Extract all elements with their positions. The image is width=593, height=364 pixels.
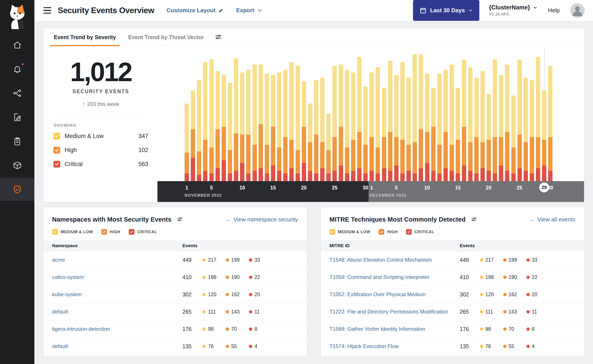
- chart-bar[interactable]: [301, 81, 307, 181]
- date-range-button[interactable]: Last 30 Days: [413, 0, 479, 21]
- chart-bar[interactable]: [443, 70, 449, 181]
- chart-bar[interactable]: [362, 87, 368, 181]
- chart-bar[interactable]: [393, 75, 400, 181]
- chart-bar[interactable]: [375, 67, 381, 181]
- mitre-link[interactable]: T1589: Gather Victim Identity Informatio…: [330, 326, 460, 332]
- chart-bar[interactable]: [307, 104, 313, 181]
- sidebar-item-home[interactable]: [0, 34, 34, 56]
- customize-layout-link[interactable]: Customize Layout: [167, 7, 224, 14]
- chart-bar[interactable]: [215, 71, 221, 181]
- view-all-events-link[interactable]: → View all events: [529, 216, 575, 223]
- chart-bar[interactable]: [313, 80, 319, 181]
- chart-bar[interactable]: [406, 78, 412, 181]
- namespace-link[interactable]: kube-system: [52, 291, 182, 298]
- severity-checkbox[interactable]: [53, 133, 60, 140]
- chart-bar[interactable]: [288, 62, 294, 181]
- chart-bar[interactable]: [344, 70, 350, 181]
- chart-bar[interactable]: [295, 66, 301, 181]
- chart-bar[interactable]: [282, 70, 288, 181]
- mitre-link[interactable]: T1574: Hijack Execution Flow: [330, 343, 460, 349]
- chart-bar[interactable]: [455, 88, 461, 181]
- mitre-link[interactable]: T1548: Abuse Elevation Control Mechanism: [330, 257, 460, 263]
- chart-bar[interactable]: [332, 66, 338, 181]
- export-menu[interactable]: Export: [236, 7, 262, 14]
- namespace-link[interactable]: acme: [52, 257, 182, 263]
- chart-bar[interactable]: [350, 72, 356, 181]
- chart-bar[interactable]: [202, 62, 208, 181]
- chart-bar[interactable]: [523, 78, 529, 181]
- filter-settings-icon[interactable]: [469, 214, 479, 225]
- namespace-link[interactable]: tigera-intrusion-detection: [52, 326, 182, 332]
- chart-bar[interactable]: [233, 58, 239, 181]
- chart-bar[interactable]: [387, 61, 393, 181]
- severity-checkbox[interactable]: [379, 229, 384, 235]
- chart-bar[interactable]: [541, 91, 547, 181]
- mitre-link[interactable]: T1059: Command and Scripting Interpreter: [330, 274, 460, 280]
- chart-bar[interactable]: [190, 91, 196, 181]
- chart-bar[interactable]: [196, 80, 202, 181]
- chart-bar[interactable]: [473, 78, 480, 181]
- sidebar-item-policies[interactable]: [0, 106, 34, 129]
- sidebar-item-service-graph[interactable]: [0, 82, 34, 104]
- mitre-link[interactable]: T1052: Exfiltration Over Physical Medium: [330, 291, 460, 298]
- chart-bar[interactable]: [529, 80, 535, 181]
- chart-bar[interactable]: [184, 104, 190, 181]
- chart-bar[interactable]: [338, 65, 344, 181]
- calico-logo[interactable]: [5, 3, 30, 29]
- sidebar-item-alerts[interactable]: [0, 58, 34, 80]
- tab-event-trend-by-threat-vector[interactable]: Event Trend by Threat Vector: [122, 28, 210, 46]
- chart-bar[interactable]: [252, 65, 258, 181]
- sidebar-item-compliance[interactable]: [0, 130, 34, 153]
- sidebar-item-security-events[interactable]: [0, 178, 34, 201]
- namespace-link[interactable]: default: [52, 343, 182, 349]
- chart-bar[interactable]: [504, 65, 510, 181]
- chart-bar[interactable]: [547, 66, 553, 181]
- chart-bar[interactable]: [208, 59, 215, 181]
- chart-bar[interactable]: [418, 54, 424, 181]
- chart-bar[interactable]: [400, 62, 406, 181]
- chart-bar[interactable]: [325, 114, 332, 181]
- severity-checkbox[interactable]: [52, 229, 58, 235]
- severity-checkbox[interactable]: [53, 147, 60, 154]
- chart-bar[interactable]: [436, 74, 443, 181]
- chart-bar[interactable]: [498, 75, 504, 181]
- view-namespace-security-link[interactable]: → View namespace security: [225, 216, 298, 223]
- namespace-link[interactable]: calico-system: [52, 274, 182, 280]
- chart-bar[interactable]: [424, 74, 430, 181]
- chart-bar[interactable]: [486, 94, 492, 181]
- chart-bar[interactable]: [319, 78, 325, 181]
- chart-bar[interactable]: [430, 88, 436, 181]
- chart-settings-icon[interactable]: [213, 32, 224, 43]
- severity-checkbox[interactable]: [101, 229, 107, 235]
- chart-bar[interactable]: [368, 72, 375, 181]
- menu-icon[interactable]: [43, 7, 51, 14]
- cluster-selector[interactable]: {ClusterName} V1.26 AKS: [489, 4, 538, 17]
- tab-event-trend-by-severity[interactable]: Event Trend by Severity: [48, 28, 122, 46]
- chart-bar[interactable]: [227, 83, 233, 181]
- chart-bar[interactable]: [480, 71, 486, 181]
- namespace-link[interactable]: default: [52, 309, 182, 315]
- user-avatar[interactable]: [570, 3, 585, 18]
- sidebar-item-apps[interactable]: [0, 154, 34, 177]
- chart-bar[interactable]: [412, 54, 418, 181]
- chart-bar[interactable]: [264, 74, 270, 181]
- mitre-link[interactable]: T1222: File and Directory Permissions Mo…: [330, 309, 460, 315]
- chart-bar[interactable]: [276, 72, 282, 181]
- chart-bar[interactable]: [258, 65, 264, 181]
- chart-bar[interactable]: [245, 70, 251, 181]
- chart-bar[interactable]: [510, 96, 516, 181]
- severity-checkbox[interactable]: [129, 229, 134, 235]
- help-link[interactable]: Help: [548, 7, 560, 14]
- chart-bar[interactable]: [467, 67, 473, 181]
- filter-settings-icon[interactable]: [175, 214, 185, 225]
- chart-bar[interactable]: [461, 59, 467, 181]
- severity-checkbox[interactable]: [330, 229, 335, 235]
- severity-checkbox[interactable]: [53, 161, 60, 168]
- chart-bar[interactable]: [221, 75, 227, 181]
- chart-bar[interactable]: [492, 59, 498, 181]
- chart-bar[interactable]: [239, 72, 245, 181]
- chart-bar[interactable]: [356, 57, 362, 181]
- chart-bar[interactable]: [381, 88, 387, 181]
- chart-bar[interactable]: [535, 57, 541, 181]
- severity-checkbox[interactable]: [406, 229, 412, 235]
